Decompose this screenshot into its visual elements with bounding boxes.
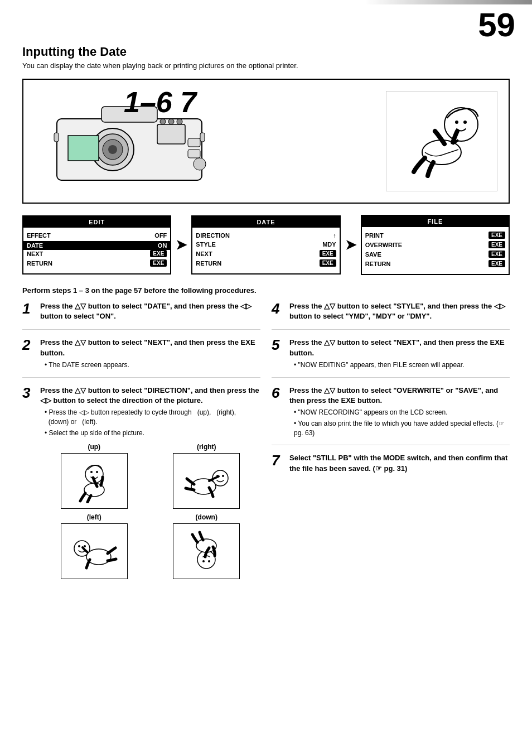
svg-point-4	[108, 145, 117, 154]
file-menu-header: FILE	[362, 216, 509, 227]
direction-up-label: (up)	[40, 443, 148, 451]
svg-point-23	[96, 471, 98, 473]
direction-up: (up)	[40, 443, 148, 509]
date-row-return: RETURN EXE	[196, 259, 336, 267]
svg-rect-5	[157, 124, 185, 144]
direction-down-box	[173, 523, 240, 579]
step-6: 6 Press the △▽ button to select "OVERWRI…	[272, 386, 510, 446]
direction-right-box	[173, 453, 240, 509]
direction-left-label: (left)	[40, 513, 148, 521]
steps-left-col: 1 Press the △▽ button to select "DATE", …	[22, 301, 260, 593]
step-6-num: 6	[272, 386, 285, 440]
step-4-num: 4	[272, 301, 285, 324]
file-menu-body: PRINT EXE OVERWRITE EXE SAVE EXE RETURN …	[362, 227, 509, 274]
date-row-next: NEXT EXE	[196, 250, 336, 257]
file-row-return: RETURN EXE	[365, 260, 505, 267]
direction-left-box	[61, 523, 128, 579]
edit-effect-value: OFF	[154, 232, 167, 239]
file-save-label: SAVE	[365, 251, 381, 258]
svg-point-7	[160, 119, 166, 124]
step-5-main: Press the △▽ button to select "NEXT", an…	[289, 338, 510, 358]
file-return-exe: EXE	[489, 260, 505, 267]
top-gradient-bar	[365, 0, 532, 4]
edit-effect-label: EFFECT	[27, 232, 51, 239]
step-2-num: 2	[22, 338, 36, 371]
step-6-content: Press the △▽ button to select "OVERWRITE…	[289, 386, 510, 440]
file-menu-panel: FILE PRINT EXE OVERWRITE EXE SAVE EXE RE…	[361, 215, 510, 275]
date-next-label: NEXT	[196, 251, 212, 257]
step-5: 5 Press the △▽ button to select "NEXT", …	[272, 338, 510, 377]
svg-point-8	[168, 119, 174, 124]
page-number: 59	[478, 6, 515, 44]
direction-right-label: (right)	[153, 443, 261, 451]
date-row-direction: DIRECTION ↑	[196, 232, 336, 239]
step-1-content: Press the △▽ button to select "DATE", an…	[40, 301, 260, 324]
svg-rect-13	[194, 158, 206, 170]
edit-row-date: DATE ON	[23, 241, 170, 250]
file-row-overwrite: OVERWRITE EXE	[365, 241, 505, 248]
step-7-num: 7	[272, 453, 285, 475]
steps-header: Perform steps 1 – 3 on the page 57 befor…	[22, 286, 510, 295]
step-5-content: Press the △▽ button to select "NEXT", an…	[289, 338, 510, 371]
svg-point-22	[90, 471, 93, 473]
date-menu-header: DATE	[192, 216, 339, 228]
direction-right: (right)	[153, 443, 261, 509]
file-print-exe: EXE	[489, 232, 505, 239]
step-5-num: 5	[272, 338, 285, 371]
file-print-label: PRINT	[365, 232, 384, 239]
date-style-value: MDY	[322, 241, 336, 248]
file-save-exe: EXE	[489, 251, 505, 258]
svg-point-34	[202, 560, 205, 562]
svg-rect-15	[200, 133, 205, 142]
step-7: 7 Select "STILL PB" with the MODE switch…	[272, 453, 510, 481]
edit-row-effect: EFFECT OFF	[27, 232, 167, 239]
direction-left: (left)	[40, 513, 148, 579]
step-6-main: Press the △▽ button to select "OVERWRITE…	[289, 386, 510, 406]
file-row-save: SAVE EXE	[365, 251, 505, 258]
file-overwrite-label: OVERWRITE	[365, 242, 402, 248]
edit-row-next: NEXT EXE	[27, 250, 167, 257]
svg-rect-14	[54, 133, 59, 142]
svg-point-27	[222, 475, 224, 477]
arrow-to-date: ➤	[176, 237, 187, 253]
direction-down: (down)	[153, 513, 261, 579]
step-6-bullet-1: "NOW RECORDING" appears on the LCD scree…	[294, 408, 510, 417]
step-label-big: 1–6 7	[124, 85, 196, 119]
step-7-content: Select "STILL PB" with the MODE switch, …	[289, 453, 510, 475]
step-1-main: Press the △▽ button to select "DATE", an…	[40, 301, 260, 321]
date-row-style: STYLE MDY	[196, 241, 336, 248]
steps-right-col: 4 Press the △▽ button to select "STYLE",…	[272, 301, 510, 593]
date-style-label: STYLE	[196, 241, 215, 248]
svg-rect-6	[68, 136, 99, 161]
step-2-bullet-1: The DATE screen appears.	[45, 360, 260, 370]
svg-rect-12	[188, 150, 200, 158]
step-4: 4 Press the △▽ button to select "STYLE",…	[272, 301, 510, 330]
main-illustration: 1–6 7	[22, 79, 510, 204]
file-row-print: PRINT EXE	[365, 232, 505, 239]
svg-point-18	[463, 121, 467, 124]
date-menu-panel: DATE DIRECTION ↑ STYLE MDY NEXT EXE RETU…	[191, 215, 340, 275]
step-2-main: Press the △▽ button to select "NEXT", an…	[40, 338, 260, 358]
svg-rect-11	[188, 138, 200, 147]
direction-down-label: (down)	[153, 513, 261, 521]
file-return-label: RETURN	[365, 261, 391, 267]
edit-row-return: RETURN EXE	[27, 259, 167, 267]
menu-panels: EDIT EFFECT OFF DATE ON NEXT EXE RETURN …	[22, 215, 510, 275]
edit-menu-panel: EDIT EFFECT OFF DATE ON NEXT EXE RETURN …	[22, 215, 171, 275]
edit-date-value: ON	[158, 242, 167, 249]
step-4-main: Press the △▽ button to select "STYLE", a…	[289, 301, 510, 321]
step-3-bullet-2: Select the up side of the picture.	[45, 428, 260, 438]
date-return-exe: EXE	[320, 259, 336, 267]
edit-return-exe: EXE	[150, 259, 167, 267]
step-5-bullet-1: "NOW EDITING" appears, then FILE screen …	[294, 360, 510, 370]
svg-point-31	[84, 545, 86, 547]
baby-illustration	[386, 91, 497, 191]
svg-point-35	[208, 560, 210, 562]
arrow-to-file: ➤	[345, 237, 356, 253]
edit-next-label: NEXT	[27, 251, 43, 257]
step-2: 2 Press the △▽ button to select "NEXT", …	[22, 338, 260, 377]
subtitle: You can display the date when playing ba…	[22, 61, 510, 70]
svg-point-32	[86, 549, 111, 565]
step-3-main: Press the △▽ button to select "DIRECTION…	[40, 386, 260, 406]
date-direction-label: DIRECTION	[196, 232, 230, 239]
